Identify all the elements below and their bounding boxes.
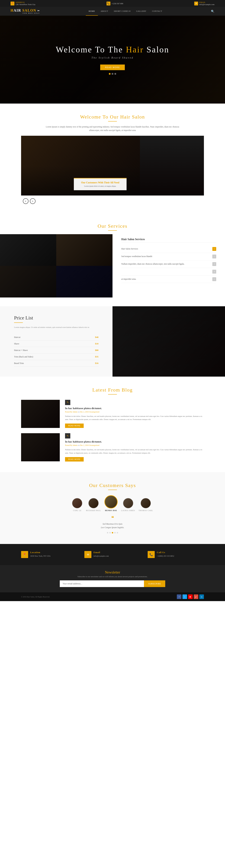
footer-location: 📍 Location 3030 New York, NY USA — [21, 551, 77, 558]
hero-cta-button[interactable]: READ MORE — [100, 64, 125, 70]
address-label: ADDRESS — [15, 1, 35, 3]
phone-block: 📞 +1256 567 890 — [106, 2, 123, 5]
avatar-item-4[interactable]: LAURA JAMES — [121, 498, 135, 512]
price-row-2: Shave $10 — [14, 341, 98, 347]
email-block: ✉ EMAIL info@example.com — [194, 1, 215, 5]
welcome-nav-buttons: ‹ › — [21, 198, 204, 204]
caption-title-text: Our Customers With Their — [81, 181, 110, 184]
testimonial-text: Leo Congue Ipsum Sagittis. — [69, 526, 156, 529]
nav-home[interactable]: HOME — [86, 7, 98, 16]
blog-section: Latest From Blog ✎ In hac habitasse plat… — [0, 377, 225, 472]
service-num-2: 2 — [212, 255, 216, 258]
avatar-henry[interactable] — [104, 495, 118, 508]
testimonial-dot-3[interactable] — [112, 532, 113, 533]
service-item-5[interactable]: at imperdiet urna. 5 — [121, 276, 216, 283]
service-image-1 — [0, 234, 56, 266]
service-num-5: 5 — [212, 277, 216, 281]
service-item-2[interactable]: Sed tempus vestibulum lacus blandit 2 — [121, 253, 216, 260]
hero-title-part2: Salon — [147, 45, 169, 54]
price-service-2: Shave — [14, 342, 19, 345]
blog-read-more-1[interactable]: Read More — [65, 424, 84, 428]
blog-icon-1: ✎ — [65, 400, 70, 405]
testimonial-dot-5[interactable] — [117, 532, 118, 533]
services-underline — [108, 230, 117, 231]
footer-email-value: info@example.com — [94, 555, 109, 558]
service-num-4: 4 — [212, 270, 216, 274]
avatar-item-1[interactable]: CARL LE — [72, 498, 83, 512]
blog-meta-2: Posted By Admin on Dec 2, 2016 Uncategor… — [65, 444, 204, 446]
blog-post-title-2: In hac habitasse platea dictumst. — [65, 440, 204, 443]
hero-dot-2[interactable] — [111, 73, 114, 75]
service-item-3[interactable]: Nullam imperdiet, diam nec rhoncus ullam… — [121, 260, 216, 268]
service-label-5: at imperdiet urna. — [121, 278, 136, 280]
service-image-2 — [56, 234, 112, 266]
service-label-2: Sed tempus vestibulum lacus blandit — [121, 255, 152, 258]
welcome-prev-button[interactable]: ‹ — [23, 198, 29, 204]
services-list: Hair Salon Services Hair Salon Services … — [112, 234, 225, 298]
welcome-side-image — [140, 136, 204, 195]
avatar-laura[interactable] — [123, 498, 133, 508]
hero-dot-3[interactable] — [115, 73, 116, 75]
avatar-item-5[interactable]: THOMAS CARL — [138, 498, 153, 512]
blog-read-more-2[interactable]: Read More — [65, 457, 84, 462]
newsletter-description: Subscribe to our newsletter and we will … — [21, 576, 204, 578]
service-item-4[interactable]: 4 — [121, 268, 216, 276]
scissors-icon: ✂ — [37, 9, 40, 12]
phone-value: +1256 567 890 — [111, 2, 123, 5]
blog-image-2 — [21, 433, 60, 461]
nav-about[interactable]: ABOUT — [98, 7, 111, 16]
social-linkedin[interactable]: in — [199, 594, 204, 599]
footer-location-text: Location 3030 New York, NY USA — [30, 551, 51, 558]
newsletter-subscribe-button[interactable]: SUBSCRIBE — [144, 580, 165, 587]
service-item-1[interactable]: Hair Salon Services 1 — [121, 245, 216, 253]
email-label: EMAIL — [199, 1, 215, 3]
social-googleplus[interactable]: g+ — [194, 594, 198, 599]
social-twitter[interactable]: t — [183, 594, 187, 599]
avatar-item-2[interactable]: RICHARD PAUL — [86, 498, 101, 512]
avatar-name-carl: CARL LE — [73, 509, 82, 512]
testimonial-dot-4[interactable] — [114, 532, 116, 533]
footer-top: 📍 Location 3030 New York, NY USA ✉ Email… — [0, 544, 225, 565]
email-value: info@example.com — [199, 3, 215, 5]
service-image-4 — [56, 266, 112, 298]
search-icon[interactable]: 🔍 — [211, 10, 215, 13]
avatar-item-3[interactable]: HENRY DOE — [104, 495, 118, 512]
blog-text-2: Nullam in dui dolor. Donec faucibus, est… — [65, 448, 204, 455]
newsletter-section: Newsletter Subscribe to our newsletter a… — [0, 565, 225, 592]
nav-gallery[interactable]: GALLERY — [133, 7, 149, 16]
logo-hair: H — [10, 8, 14, 12]
price-description: Lorem magna aliqua. Ut enim ad minim ven… — [14, 326, 98, 329]
welcome-images: Our Customers With Their All Need Lorem … — [21, 136, 204, 195]
newsletter-email-input[interactable] — [60, 580, 144, 587]
avatar-name-thomas: THOMAS CARL — [138, 509, 153, 512]
hero-section: Welcome To The Hair Salon The Stylish Be… — [0, 16, 225, 103]
avatar-richard[interactable] — [88, 498, 99, 508]
testimonial-dot-2[interactable] — [109, 532, 111, 533]
testimonial-dot-1[interactable] — [107, 532, 108, 533]
services-list-title: Hair Salon Services — [121, 238, 216, 243]
blog-icon-2: ✎ — [65, 433, 70, 438]
blog-post-2: ✎ In hac habitasse platea dictumst. Post… — [21, 433, 204, 461]
testimonial-quote: Sed Maximus Eris Quis — [69, 522, 156, 526]
customers-title: Our Customers Says — [21, 483, 204, 488]
social-facebook[interactable]: f — [177, 594, 182, 599]
price-value-4: $35 — [95, 355, 99, 358]
services-content: Hair Salon Services Hair Salon Services … — [0, 234, 225, 298]
hero-dot-1[interactable] — [109, 73, 110, 75]
customers-underline — [108, 490, 117, 490]
welcome-next-button[interactable]: › — [30, 198, 35, 204]
price-value-5: $16 — [95, 362, 99, 365]
logo-salon: SALON — [22, 8, 36, 12]
customers-section: Our Customers Says CARL LE RICHARD PAUL … — [0, 472, 225, 544]
price-table: Haircut $40 Shave $10 Haircut + Shave $8… — [14, 334, 98, 367]
welcome-underline — [108, 121, 117, 122]
avatar-thomas[interactable] — [140, 498, 151, 508]
services-title: Our Services — [0, 223, 225, 229]
blog-meta-prefix-2: Posted By — [65, 444, 72, 446]
blog-title: Latest From Blog — [21, 387, 204, 393]
social-youtube[interactable]: ▶ — [188, 594, 193, 599]
nav-short-codes[interactable]: SHORT CODES ▾ — [111, 7, 133, 16]
nav-contact[interactable]: CONTACT — [149, 7, 165, 16]
avatar-carl[interactable] — [72, 498, 83, 508]
price-row-4: Trim (Back and Sides) $35 — [14, 353, 98, 360]
